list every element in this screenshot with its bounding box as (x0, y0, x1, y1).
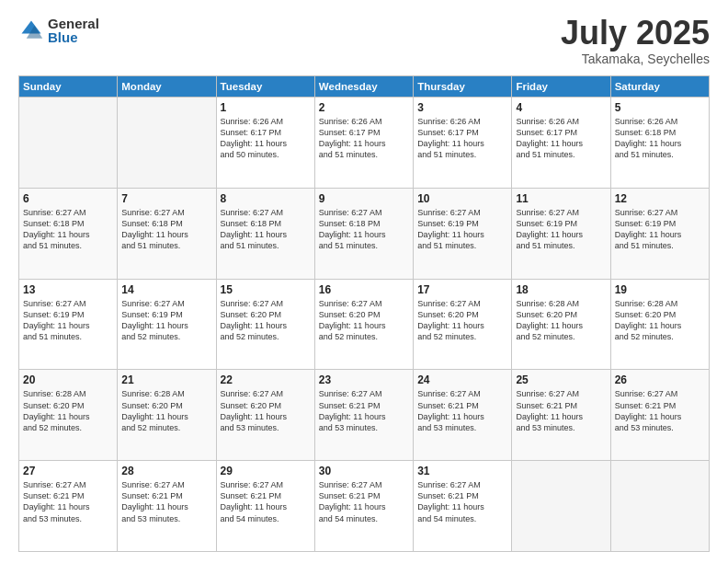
day-number: 25 (516, 373, 606, 386)
day-info: Sunrise: 6:27 AMSunset: 6:20 PMDaylight:… (221, 388, 311, 433)
day-number: 31 (417, 465, 507, 477)
calendar-cell: 30Sunrise: 6:27 AMSunset: 6:21 PMDayligh… (314, 461, 413, 552)
day-info: Sunrise: 6:27 AMSunset: 6:18 PMDaylight:… (121, 207, 211, 252)
day-number: 23 (319, 373, 409, 386)
day-info: Sunrise: 6:26 AMSunset: 6:17 PMDaylight:… (221, 116, 311, 161)
day-info: Sunrise: 6:27 AMSunset: 6:21 PMDaylight:… (319, 479, 409, 524)
day-info: Sunrise: 6:27 AMSunset: 6:19 PMDaylight:… (23, 298, 113, 343)
calendar-cell: 2Sunrise: 6:26 AMSunset: 6:17 PMDaylight… (314, 98, 413, 189)
month-title: July 2025 (561, 17, 710, 50)
day-number: 29 (221, 465, 311, 477)
day-of-week-saturday: Saturday (610, 76, 709, 98)
calendar-cell: 18Sunrise: 6:28 AMSunset: 6:20 PMDayligh… (512, 279, 610, 370)
calendar-week-3: 13Sunrise: 6:27 AMSunset: 6:19 PMDayligh… (19, 279, 710, 370)
day-info: Sunrise: 6:27 AMSunset: 6:20 PMDaylight:… (221, 298, 311, 343)
calendar-cell: 29Sunrise: 6:27 AMSunset: 6:21 PMDayligh… (216, 461, 314, 552)
calendar-week-1: 1Sunrise: 6:26 AMSunset: 6:17 PMDaylight… (19, 98, 710, 189)
day-number: 6 (23, 192, 113, 205)
logo-blue: Blue (48, 30, 99, 44)
calendar-cell: 20Sunrise: 6:28 AMSunset: 6:20 PMDayligh… (19, 370, 118, 461)
day-of-week-friday: Friday (512, 76, 610, 98)
day-number: 19 (615, 283, 705, 296)
calendar-cell: 17Sunrise: 6:27 AMSunset: 6:20 PMDayligh… (414, 279, 512, 370)
day-number: 18 (516, 283, 606, 296)
calendar-cell: 16Sunrise: 6:27 AMSunset: 6:20 PMDayligh… (314, 279, 413, 370)
calendar-cell: 9Sunrise: 6:27 AMSunset: 6:18 PMDaylight… (314, 188, 413, 279)
day-number: 21 (121, 373, 211, 386)
calendar-cell: 4Sunrise: 6:26 AMSunset: 6:17 PMDaylight… (512, 98, 610, 189)
day-number: 20 (23, 373, 113, 386)
calendar-cell (118, 98, 216, 189)
title-block: July 2025 Takamaka, Seychelles (561, 17, 710, 66)
day-of-week-thursday: Thursday (414, 76, 512, 98)
day-info: Sunrise: 6:26 AMSunset: 6:17 PMDaylight:… (417, 116, 507, 161)
day-number: 8 (221, 192, 311, 205)
day-info: Sunrise: 6:27 AMSunset: 6:21 PMDaylight:… (417, 479, 507, 524)
day-info: Sunrise: 6:26 AMSunset: 6:17 PMDaylight:… (516, 116, 606, 161)
calendar-cell: 14Sunrise: 6:27 AMSunset: 6:19 PMDayligh… (118, 279, 216, 370)
day-info: Sunrise: 6:27 AMSunset: 6:21 PMDaylight:… (319, 388, 409, 433)
day-info: Sunrise: 6:28 AMSunset: 6:20 PMDaylight:… (23, 388, 113, 433)
calendar-cell: 28Sunrise: 6:27 AMSunset: 6:21 PMDayligh… (118, 461, 216, 552)
day-of-week-monday: Monday (118, 76, 216, 98)
calendar-cell: 6Sunrise: 6:27 AMSunset: 6:18 PMDaylight… (19, 188, 118, 279)
calendar-cell: 1Sunrise: 6:26 AMSunset: 6:17 PMDaylight… (216, 98, 314, 189)
day-number: 5 (615, 101, 705, 114)
day-number: 10 (417, 192, 507, 205)
location: Takamaka, Seychelles (561, 52, 710, 66)
calendar-cell: 19Sunrise: 6:28 AMSunset: 6:20 PMDayligh… (610, 279, 709, 370)
calendar-header-row: SundayMondayTuesdayWednesdayThursdayFrid… (19, 76, 710, 98)
day-info: Sunrise: 6:27 AMSunset: 6:20 PMDaylight:… (319, 298, 409, 343)
page: General Blue July 2025 Takamaka, Seychel… (0, 0, 728, 563)
calendar-week-5: 27Sunrise: 6:27 AMSunset: 6:21 PMDayligh… (19, 461, 710, 552)
calendar-cell: 8Sunrise: 6:27 AMSunset: 6:18 PMDaylight… (216, 188, 314, 279)
day-info: Sunrise: 6:28 AMSunset: 6:20 PMDaylight:… (615, 298, 705, 343)
day-number: 27 (23, 465, 113, 477)
day-number: 22 (221, 373, 311, 386)
day-info: Sunrise: 6:27 AMSunset: 6:19 PMDaylight:… (516, 207, 606, 252)
day-number: 17 (417, 283, 507, 296)
day-number: 13 (23, 283, 113, 296)
calendar-cell: 24Sunrise: 6:27 AMSunset: 6:21 PMDayligh… (414, 370, 512, 461)
day-number: 15 (221, 283, 311, 296)
calendar-cell (512, 461, 610, 552)
day-info: Sunrise: 6:26 AMSunset: 6:17 PMDaylight:… (319, 116, 409, 161)
calendar-cell: 31Sunrise: 6:27 AMSunset: 6:21 PMDayligh… (414, 461, 512, 552)
day-number: 28 (121, 465, 211, 477)
day-info: Sunrise: 6:27 AMSunset: 6:19 PMDaylight:… (121, 298, 211, 343)
calendar-cell (19, 98, 118, 189)
day-info: Sunrise: 6:27 AMSunset: 6:21 PMDaylight:… (417, 388, 507, 433)
day-number: 9 (319, 192, 409, 205)
day-number: 2 (319, 101, 409, 114)
day-info: Sunrise: 6:27 AMSunset: 6:21 PMDaylight:… (23, 479, 113, 524)
day-info: Sunrise: 6:27 AMSunset: 6:18 PMDaylight:… (319, 207, 409, 252)
day-info: Sunrise: 6:27 AMSunset: 6:21 PMDaylight:… (221, 479, 311, 524)
day-number: 16 (319, 283, 409, 296)
day-number: 30 (319, 465, 409, 477)
logo-general: General (48, 17, 99, 30)
calendar-cell: 27Sunrise: 6:27 AMSunset: 6:21 PMDayligh… (19, 461, 118, 552)
calendar-cell: 13Sunrise: 6:27 AMSunset: 6:19 PMDayligh… (19, 279, 118, 370)
calendar-cell: 7Sunrise: 6:27 AMSunset: 6:18 PMDaylight… (118, 188, 216, 279)
calendar-cell: 3Sunrise: 6:26 AMSunset: 6:17 PMDaylight… (414, 98, 512, 189)
calendar-cell: 15Sunrise: 6:27 AMSunset: 6:20 PMDayligh… (216, 279, 314, 370)
day-info: Sunrise: 6:27 AMSunset: 6:18 PMDaylight:… (23, 207, 113, 252)
day-info: Sunrise: 6:27 AMSunset: 6:21 PMDaylight:… (615, 388, 705, 433)
calendar-cell: 21Sunrise: 6:28 AMSunset: 6:20 PMDayligh… (118, 370, 216, 461)
logo-text: General Blue (48, 17, 99, 44)
day-number: 4 (516, 101, 606, 114)
day-of-week-sunday: Sunday (19, 76, 118, 98)
day-info: Sunrise: 6:27 AMSunset: 6:21 PMDaylight:… (121, 479, 211, 524)
day-of-week-wednesday: Wednesday (314, 76, 413, 98)
calendar-week-4: 20Sunrise: 6:28 AMSunset: 6:20 PMDayligh… (19, 370, 710, 461)
day-number: 12 (615, 192, 705, 205)
day-info: Sunrise: 6:27 AMSunset: 6:18 PMDaylight:… (221, 207, 311, 252)
day-number: 3 (417, 101, 507, 114)
logo-icon (18, 17, 44, 43)
day-info: Sunrise: 6:27 AMSunset: 6:19 PMDaylight:… (615, 207, 705, 252)
day-info: Sunrise: 6:27 AMSunset: 6:19 PMDaylight:… (417, 207, 507, 252)
calendar-cell: 11Sunrise: 6:27 AMSunset: 6:19 PMDayligh… (512, 188, 610, 279)
day-info: Sunrise: 6:28 AMSunset: 6:20 PMDaylight:… (121, 388, 211, 433)
calendar-cell: 12Sunrise: 6:27 AMSunset: 6:19 PMDayligh… (610, 188, 709, 279)
day-number: 7 (121, 192, 211, 205)
